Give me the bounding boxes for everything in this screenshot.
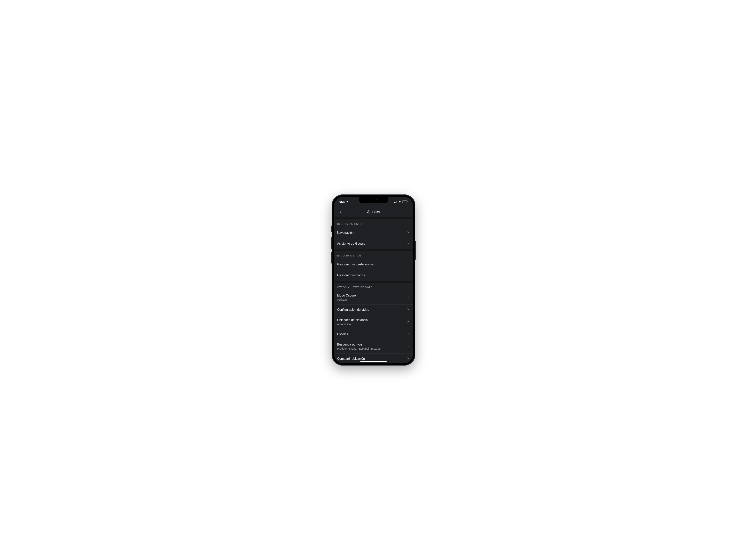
row-label: Unidades de distancia: [337, 318, 406, 322]
chevron-left-icon: [338, 210, 342, 214]
chevron-right-icon: [406, 308, 410, 312]
section-explorar: EXPLORAR SITIOS Gestionar tus preferenci…: [334, 251, 413, 281]
wifi-icon: [398, 200, 401, 203]
row-value: Predeterminada - Español (España): [337, 347, 406, 350]
page-title: Ajustes: [367, 210, 380, 214]
row-configuracion-video[interactable]: Configuración de vídeo: [334, 304, 413, 315]
row-value: Activado: [337, 298, 406, 301]
nav-header: Ajustes: [334, 207, 413, 217]
section-header-desplazamientos: DESPLAZAMIENTOS: [334, 219, 413, 227]
section-header-otros: OTROS AJUSTES DE MAPS: [334, 283, 413, 291]
chevron-right-icon: [406, 344, 410, 349]
battery-icon: 42: [402, 201, 408, 203]
section-desplazamientos: DESPLAZAMIENTOS Navegación Asistente de …: [334, 219, 413, 249]
row-gestionar-zonas[interactable]: Gestionar tus zonas: [334, 270, 413, 281]
battery-level: 42: [403, 201, 407, 203]
volume-up-button: [331, 237, 332, 249]
row-unidades-distancia[interactable]: Unidades de distancia Automático: [334, 315, 413, 329]
chevron-right-icon: [406, 262, 410, 267]
row-label: Navegación: [337, 231, 406, 235]
row-label: Modo Oscuro: [337, 294, 406, 297]
chevron-right-icon: [406, 356, 410, 361]
location-icon: [346, 200, 349, 204]
status-right: 42: [394, 200, 408, 203]
row-value: Automático: [337, 323, 406, 326]
chevron-right-icon: [406, 231, 410, 235]
settings-content[interactable]: DESPLAZAMIENTOS Navegación Asistente de …: [334, 217, 413, 363]
row-asistente-google[interactable]: Asistente de Google: [334, 238, 413, 249]
notch: [359, 197, 388, 204]
status-left: 9:38: [339, 200, 349, 204]
status-time: 9:38: [339, 200, 345, 204]
back-button[interactable]: [336, 207, 344, 217]
row-busqueda-voz[interactable]: Búsqueda por voz Predeterminada - Españo…: [334, 340, 413, 353]
row-escalas[interactable]: Escalas: [334, 329, 413, 340]
row-label: Compartir ubicación: [337, 357, 406, 361]
camera-dot: [376, 199, 378, 200]
volume-down-button: [331, 252, 332, 264]
chevron-right-icon: [406, 273, 410, 277]
row-label: Asistente de Google: [337, 242, 406, 245]
chevron-right-icon: [406, 320, 410, 324]
cellular-icon: [394, 201, 397, 203]
chevron-right-icon: [406, 332, 410, 337]
section-header-explorar: EXPLORAR SITIOS: [334, 251, 413, 259]
power-button: [415, 241, 416, 260]
section-otros: OTROS AJUSTES DE MAPS Modo Oscuro Activa…: [334, 283, 413, 363]
row-label: Gestionar tus zonas: [337, 273, 406, 277]
row-label: Gestionar tus preferencias: [337, 263, 406, 266]
row-label: Escalas: [337, 332, 406, 336]
chevron-right-icon: [406, 241, 410, 246]
chevron-right-icon: [406, 295, 410, 300]
home-indicator[interactable]: [360, 361, 387, 362]
row-label: Búsqueda por voz: [337, 343, 406, 346]
row-navegacion[interactable]: Navegación: [334, 227, 413, 238]
row-label: Configuración de vídeo: [337, 308, 406, 312]
screen: 9:38 42: [334, 197, 413, 363]
row-modo-oscuro[interactable]: Modo Oscuro Activado: [334, 291, 413, 304]
mute-switch: [331, 225, 332, 232]
phone-frame: 9:38 42: [332, 194, 415, 366]
row-gestionar-preferencias[interactable]: Gestionar tus preferencias: [334, 259, 413, 270]
